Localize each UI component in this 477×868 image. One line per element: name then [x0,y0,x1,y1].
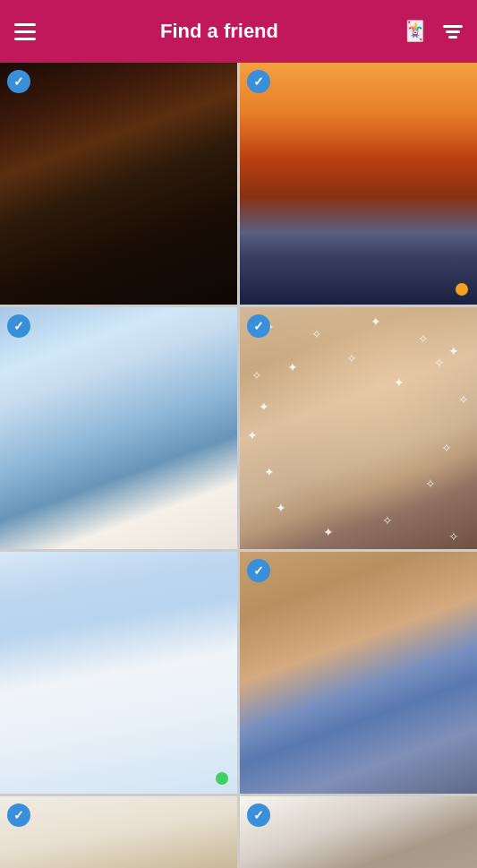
verified-badge [247,804,270,827]
list-item[interactable]: ✦ ✧ ✦ ✧ ✦ ✧ ✦ ✧ ✦ ✧ ✦ ✧ ✦ ✧ ✦ ✧ ✦ ✧ ✦ ✧ [240,307,477,549]
verified-badge [247,314,270,338]
page-title: Find a friend [36,20,403,43]
online-dot [216,772,228,785]
photo-grid: ✦ ✧ ✦ ✧ ✦ ✧ ✦ ✧ ✦ ✧ ✦ ✧ ✦ ✧ ✦ ✧ ✦ ✧ ✦ ✧ [0,63,477,868]
list-item[interactable] [240,552,477,794]
list-item[interactable] [0,63,237,305]
menu-button[interactable] [14,23,36,40]
verified-badge [7,314,30,338]
list-item[interactable] [0,796,237,868]
list-item[interactable] [240,63,477,305]
filter-button[interactable] [443,25,463,39]
cards-button[interactable]: 🃏 [403,20,427,43]
verified-badge [7,70,30,93]
verified-badge [247,559,270,582]
verified-badge [247,70,270,93]
list-item[interactable] [240,796,477,868]
list-item[interactable] [0,552,237,794]
activity-dot [456,283,468,296]
list-item[interactable] [0,307,237,549]
verified-badge [7,804,30,827]
app-header: Find a friend 🃏 [0,0,477,63]
